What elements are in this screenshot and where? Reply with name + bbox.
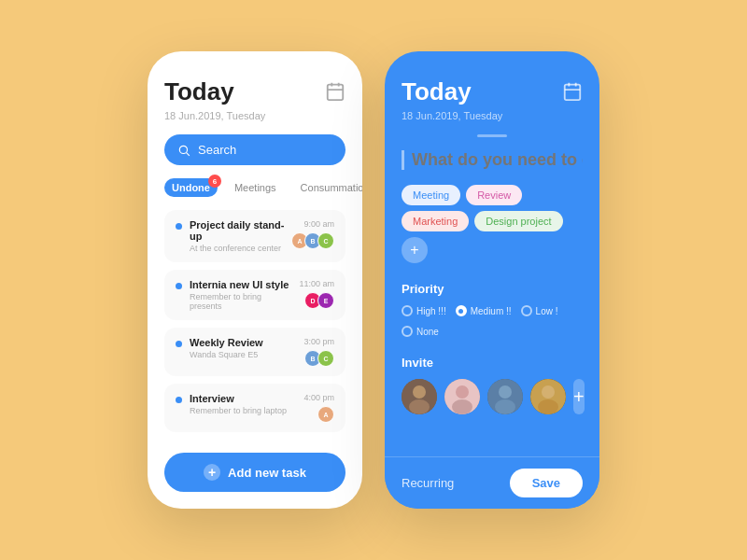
task-time: 4:00 pm bbox=[303, 393, 334, 402]
tag-design[interactable]: Design project bbox=[474, 211, 562, 231]
task-name: Internia new UI style bbox=[190, 279, 291, 290]
task-time: 11:00 am bbox=[299, 279, 334, 288]
priority-high[interactable]: High !!! bbox=[402, 305, 446, 316]
bottom-bar: Recurring Save bbox=[385, 456, 599, 509]
task-list: Project daily stand-up At the conference… bbox=[164, 210, 345, 432]
tags-row: Meeting Review Marketing Design project … bbox=[402, 185, 583, 263]
task-sub: At the conference center bbox=[190, 244, 288, 253]
svg-point-11 bbox=[413, 385, 426, 399]
new-task-input[interactable] bbox=[402, 150, 583, 170]
search-bar[interactable]: Search bbox=[164, 134, 345, 165]
avatar: E bbox=[317, 292, 334, 309]
add-task-label: Add new task bbox=[228, 466, 306, 480]
radio-inner bbox=[458, 309, 463, 314]
task-info: Interview Remember to bring laptop bbox=[182, 393, 303, 415]
svg-point-21 bbox=[538, 399, 558, 414]
svg-point-20 bbox=[542, 385, 555, 399]
task-right: 11:00 am D E bbox=[299, 279, 334, 309]
left-phone-header: Today bbox=[164, 77, 345, 106]
svg-point-4 bbox=[179, 146, 187, 153]
left-phone-content: Today 18 Jun.2019, Tuesday Search Undone… bbox=[148, 51, 362, 440]
svg-line-5 bbox=[187, 152, 190, 155]
invite-add-button[interactable]: + bbox=[573, 379, 585, 414]
task-avatars: B C bbox=[308, 350, 334, 367]
task-sub: Remember to bring presents bbox=[190, 292, 291, 311]
task-dot bbox=[176, 283, 182, 289]
radio-high bbox=[402, 305, 413, 316]
svg-point-18 bbox=[495, 399, 515, 414]
invite-avatar-2[interactable] bbox=[444, 379, 480, 414]
tag-meeting[interactable]: Meeting bbox=[402, 185, 460, 205]
phones-container: Today 18 Jun.2019, Tuesday Search Undone… bbox=[148, 51, 599, 509]
task-info: Project daily stand-up At the conference… bbox=[182, 219, 295, 253]
task-sub: Wanda Square E5 bbox=[190, 350, 296, 359]
task-dot bbox=[176, 223, 182, 230]
tab-badge: 6 bbox=[208, 175, 221, 188]
drag-handle bbox=[477, 134, 507, 137]
table-row[interactable]: Weekly Review Wanda Square E5 3:00 pm B … bbox=[164, 328, 345, 376]
task-avatars: D E bbox=[308, 292, 334, 309]
priority-label: Priority bbox=[402, 282, 583, 296]
svg-point-15 bbox=[452, 399, 472, 414]
task-name: Project daily stand-up bbox=[190, 219, 288, 242]
avatar: A bbox=[317, 406, 334, 423]
svg-point-17 bbox=[499, 385, 512, 399]
tag-review[interactable]: Review bbox=[466, 185, 522, 205]
tab-undone[interactable]: Undone 6 bbox=[164, 178, 218, 197]
task-info: Internia new UI style Remember to bring … bbox=[182, 279, 299, 311]
recurring-button[interactable]: Recurring bbox=[402, 476, 454, 490]
priority-row: High !!! Medium !! Low ! None bbox=[402, 305, 583, 337]
radio-none bbox=[402, 326, 413, 337]
tab-meetings[interactable]: Meetings bbox=[227, 178, 284, 197]
add-tag-button[interactable]: + bbox=[402, 237, 428, 263]
invite-avatar-1[interactable] bbox=[402, 379, 437, 414]
left-phone-date: 18 Jun.2019, Tuesday bbox=[164, 110, 345, 121]
task-dot bbox=[176, 397, 182, 403]
svg-rect-0 bbox=[328, 85, 344, 101]
calendar-icon bbox=[325, 81, 345, 102]
tab-consummation[interactable]: Consummation bbox=[293, 178, 362, 197]
task-time: 3:00 pm bbox=[303, 337, 334, 346]
task-sub: Remember to bring laptop bbox=[190, 406, 296, 415]
priority-none[interactable]: None bbox=[402, 326, 439, 337]
task-right: 3:00 pm B C bbox=[303, 337, 334, 367]
task-dot bbox=[176, 341, 182, 347]
priority-low[interactable]: Low ! bbox=[521, 305, 558, 316]
right-phone: Today 18 Jun.2019, Tuesday Meeting Revie… bbox=[385, 51, 599, 509]
tag-marketing[interactable]: Marketing bbox=[402, 211, 469, 231]
task-time: 9:00 am bbox=[303, 219, 334, 229]
invite-avatar-4[interactable] bbox=[530, 379, 566, 414]
search-text: Search bbox=[198, 143, 236, 157]
left-phone-title: Today bbox=[164, 77, 234, 106]
avatar: C bbox=[317, 232, 334, 249]
invite-avatar-3[interactable] bbox=[487, 379, 523, 414]
avatar: C bbox=[317, 350, 334, 367]
left-phone: Today 18 Jun.2019, Tuesday Search Undone… bbox=[148, 51, 362, 509]
save-button[interactable]: Save bbox=[510, 469, 583, 497]
table-row[interactable]: Interview Remember to bring laptop 4:00 … bbox=[164, 384, 345, 432]
tabs-row: Undone 6 Meetings Consummation bbox=[164, 178, 345, 197]
task-name: Weekly Review bbox=[190, 337, 296, 348]
right-phone-date: 18 Jun.2019, Tuesday bbox=[402, 110, 583, 121]
task-avatars: A B C bbox=[295, 232, 334, 249]
plus-icon: + bbox=[204, 464, 220, 481]
right-phone-content: Today 18 Jun.2019, Tuesday Meeting Revie… bbox=[385, 51, 599, 456]
task-right: 9:00 am A B C bbox=[295, 219, 334, 249]
invite-label: Invite bbox=[402, 356, 583, 370]
invite-avatars: + bbox=[402, 379, 583, 414]
right-phone-header: Today bbox=[402, 77, 583, 106]
add-task-button[interactable]: + Add new task bbox=[164, 453, 345, 492]
search-icon bbox=[177, 144, 190, 157]
priority-medium[interactable]: Medium !! bbox=[456, 305, 512, 316]
svg-rect-6 bbox=[565, 85, 581, 101]
radio-medium bbox=[456, 305, 467, 316]
task-avatars: A bbox=[321, 406, 334, 423]
svg-point-14 bbox=[456, 385, 469, 399]
table-row[interactable]: Project daily stand-up At the conference… bbox=[164, 210, 345, 262]
task-name: Interview bbox=[190, 393, 296, 404]
task-info: Weekly Review Wanda Square E5 bbox=[182, 337, 303, 359]
radio-low bbox=[521, 305, 532, 316]
table-row[interactable]: Internia new UI style Remember to bring … bbox=[164, 270, 345, 320]
task-right: 4:00 pm A bbox=[303, 393, 334, 423]
right-phone-title: Today bbox=[402, 77, 472, 106]
